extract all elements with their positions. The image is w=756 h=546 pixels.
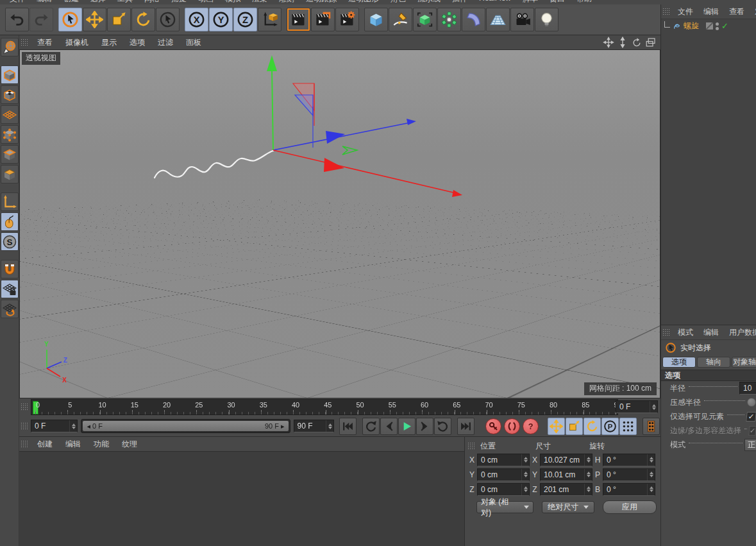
- menu-帮助[interactable]: 帮助: [571, 0, 598, 4]
- object-menu-对象[interactable]: 对象: [750, 6, 756, 17]
- parameter-keys-button[interactable]: P: [601, 418, 619, 435]
- rotation-keys-button[interactable]: [584, 418, 601, 435]
- bend-deformer-button[interactable]: [462, 8, 485, 31]
- axis-gizmo[interactable]: [267, 55, 462, 197]
- panel-grip[interactable]: [662, 8, 670, 16]
- next-frame-button[interactable]: [416, 418, 433, 435]
- menu-模拟[interactable]: 模拟: [219, 0, 246, 4]
- position-keys-button[interactable]: [548, 418, 565, 435]
- size-z-field[interactable]: 201 cm: [540, 483, 592, 496]
- playback-end-field[interactable]: 90 F: [294, 420, 335, 432]
- rotate-tool-button[interactable]: [131, 8, 155, 31]
- pen-spline-button[interactable]: [389, 8, 412, 31]
- next-key-button[interactable]: [434, 418, 451, 435]
- lock-workplane-button[interactable]: [1, 280, 19, 298]
- material-menu-编辑[interactable]: 编辑: [59, 439, 87, 450]
- z-axis-handle[interactable]: [326, 131, 345, 144]
- subdivision-surface-button[interactable]: [413, 8, 437, 31]
- frame-range-slider[interactable]: ◂ 0 F90 F ▸: [81, 419, 290, 433]
- material-menu-创建[interactable]: 创建: [31, 439, 59, 450]
- floor-object-button[interactable]: [486, 8, 510, 31]
- last-tool-button[interactable]: [156, 8, 180, 31]
- polygons-mode-button[interactable]: [1, 165, 19, 183]
- size-x-field[interactable]: 10.027 cm: [540, 454, 592, 466]
- edit-render-settings-button[interactable]: [335, 8, 359, 31]
- attribute-menu-模式[interactable]: 模式: [673, 327, 698, 338]
- attribute-value-field[interactable]: 10: [739, 382, 756, 395]
- auto-keying-button[interactable]: [504, 418, 520, 434]
- current-frame-field[interactable]: 0 F: [616, 400, 658, 413]
- make-editable-button[interactable]: [1, 38, 19, 56]
- menu-文件[interactable]: 文件: [4, 0, 31, 4]
- point-level-animation-button[interactable]: [619, 418, 637, 435]
- pressure-knob[interactable]: [747, 398, 756, 407]
- checkbox[interactable]: ✓: [746, 412, 756, 422]
- object-menu-查看[interactable]: 查看: [724, 6, 750, 17]
- viewport-menu-面板[interactable]: 面板: [180, 37, 208, 48]
- layer-toggle-icon[interactable]: [706, 22, 713, 30]
- menu-流水线[interactable]: 流水线: [412, 0, 446, 4]
- rotation-p-field[interactable]: 0 °: [603, 468, 655, 481]
- plane-handle-blue[interactable]: [295, 95, 313, 115]
- prev-frame-button[interactable]: [380, 418, 398, 435]
- camera-object-button[interactable]: [510, 8, 534, 31]
- attribute-menu-用户数据[interactable]: 用户数据: [724, 327, 756, 338]
- menu-编辑[interactable]: 编辑: [31, 0, 58, 4]
- menu-窗口[interactable]: 窗口: [544, 0, 571, 4]
- menu-动画[interactable]: 动画: [192, 0, 219, 4]
- lock-x-axis-button[interactable]: X: [185, 8, 208, 31]
- menu-雕刻[interactable]: 雕刻: [273, 0, 300, 4]
- pan-view-button[interactable]: [603, 37, 614, 48]
- array-generator-button[interactable]: [437, 8, 461, 31]
- position-mode-dropdown[interactable]: 对象 (相对): [476, 501, 533, 513]
- enable-snap-button[interactable]: [1, 260, 19, 278]
- texture-mode-button[interactable]: [1, 85, 19, 104]
- menu-角色[interactable]: 角色: [385, 0, 412, 4]
- viewport-view-label[interactable]: 透视视图: [22, 52, 60, 65]
- position-x-field[interactable]: 0 cm: [477, 454, 530, 466]
- lock-z-axis-button[interactable]: Z: [233, 8, 257, 31]
- zoom-view-button[interactable]: [617, 37, 628, 48]
- viewport-menu-摄像机[interactable]: 摄像机: [59, 37, 95, 48]
- menu-创建[interactable]: 创建: [58, 0, 85, 4]
- tab-选项[interactable]: 选项: [662, 357, 696, 368]
- panel-grip[interactable]: [662, 328, 670, 337]
- object-menu-文件[interactable]: 文件: [673, 6, 698, 17]
- size-mode-dropdown[interactable]: 绝对尺寸: [542, 501, 594, 513]
- helix-spline-curve[interactable]: [155, 151, 273, 178]
- tab-对象轴心[interactable]: 对象轴心: [732, 357, 756, 368]
- menu-网格[interactable]: 网格: [139, 0, 165, 4]
- frame-spinner[interactable]: [650, 401, 657, 413]
- planar-workplane-button[interactable]: [1, 300, 19, 318]
- viewport-canvas[interactable]: Y Z X 透视视图 网格间距 : 100 cm: [19, 49, 660, 398]
- coordinate-system-button[interactable]: [258, 8, 281, 31]
- points-mode-button[interactable]: [1, 125, 19, 144]
- size-y-field[interactable]: 10.01 cm: [540, 468, 592, 481]
- goto-start-button[interactable]: [339, 418, 357, 435]
- edges-mode-button[interactable]: [1, 145, 19, 164]
- menu-渲染[interactable]: 渲染: [246, 0, 273, 4]
- scale-tool-button[interactable]: [107, 8, 131, 31]
- viewport-menu-过滤[interactable]: 过滤: [151, 37, 180, 48]
- object-name[interactable]: 螺旋: [684, 21, 699, 31]
- timeline-window-button[interactable]: [643, 418, 660, 435]
- material-menu-纹理[interactable]: 纹理: [115, 439, 144, 450]
- render-picture-viewer-button[interactable]: [311, 8, 335, 31]
- menu-选择[interactable]: 选择: [85, 0, 112, 4]
- x-axis-handle[interactable]: [324, 158, 344, 172]
- undo-button[interactable]: [5, 8, 29, 31]
- play-button[interactable]: [398, 418, 416, 435]
- attribute-menu-编辑[interactable]: 编辑: [698, 327, 724, 338]
- rotation-h-field[interactable]: 0 °: [603, 454, 655, 466]
- render-view-button[interactable]: [287, 8, 310, 31]
- model-mode-button[interactable]: [1, 65, 19, 84]
- rotate-view-button[interactable]: [631, 37, 643, 48]
- scale-keys-button[interactable]: [566, 418, 583, 435]
- menu-插件[interactable]: 插件: [446, 0, 473, 4]
- workplane-mode-button[interactable]: [1, 105, 19, 124]
- object-manager-list[interactable]: 螺旋 ✓: [661, 19, 756, 325]
- object-menu-编辑[interactable]: 编辑: [698, 6, 724, 17]
- add-cube-button[interactable]: [364, 8, 388, 31]
- record-keyframe-button[interactable]: [485, 418, 501, 434]
- material-menu-功能[interactable]: 功能: [87, 439, 115, 450]
